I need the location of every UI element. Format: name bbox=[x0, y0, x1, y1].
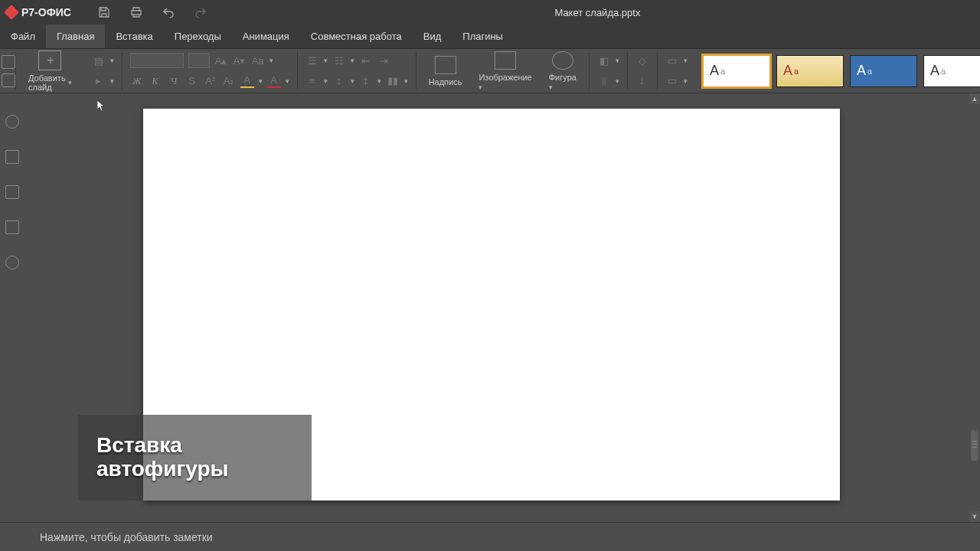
scrollbar-thumb[interactable] bbox=[971, 430, 978, 461]
slides-panel-icon[interactable] bbox=[5, 150, 19, 164]
edit-group: ◇ ⟟ bbox=[627, 52, 657, 90]
indent-icon[interactable]: ⇥ bbox=[377, 54, 391, 67]
image-icon bbox=[495, 51, 516, 70]
chevron-down-icon: ▾ bbox=[68, 79, 72, 86]
theme-thumb-3[interactable]: Aa bbox=[850, 55, 917, 87]
font-size-combo[interactable] bbox=[188, 53, 210, 68]
highlight-icon[interactable]: A bbox=[240, 74, 254, 88]
decrease-font-icon[interactable]: A▾ bbox=[233, 54, 247, 67]
paste-icon[interactable] bbox=[2, 73, 15, 87]
paragraph-group: ☰▾ ☷▾ ⇤ ⇥ ≡▾ ↕▾ ‡▾ ▮▮▾ bbox=[297, 52, 416, 90]
shape-icon bbox=[552, 51, 573, 70]
undo-icon[interactable] bbox=[162, 5, 175, 19]
menu-view[interactable]: Вид bbox=[413, 24, 452, 48]
slide-size-group: ▭▾ ▭▾ bbox=[657, 52, 695, 90]
superscript-icon[interactable]: A² bbox=[204, 74, 217, 88]
subscript-icon[interactable]: A₂ bbox=[222, 74, 236, 88]
play-icon[interactable]: ▸ bbox=[92, 74, 106, 88]
comments-icon[interactable] bbox=[5, 185, 19, 199]
line-spacing-icon[interactable]: ‡ bbox=[359, 74, 373, 88]
valign-icon[interactable]: ↕ bbox=[332, 74, 346, 88]
add-slide-icon bbox=[38, 51, 61, 70]
insert-group: Надпись Изображение ▾ Фигура ▾ bbox=[416, 52, 589, 90]
scroll-up-icon[interactable]: ▲ bbox=[969, 93, 980, 104]
add-slide-button[interactable]: Добавить слайд▾ bbox=[24, 51, 77, 92]
app-logo: Р7-ОФИС bbox=[6, 6, 71, 18]
workspace: ▲ Вставка автофигуры ▼ bbox=[0, 93, 980, 522]
outdent-icon[interactable]: ⇤ bbox=[359, 54, 373, 67]
slide-size-icon[interactable]: ▭ bbox=[665, 54, 679, 67]
chevron-down-icon[interactable]: ▾ bbox=[110, 57, 114, 64]
strike-icon[interactable]: S bbox=[185, 74, 199, 88]
theme-thumb-1[interactable]: Aa bbox=[703, 55, 770, 87]
menu-file[interactable]: Файл bbox=[0, 24, 46, 48]
change-case-icon[interactable]: Aa bbox=[251, 54, 265, 67]
columns-icon[interactable]: ▮▮ bbox=[386, 74, 400, 88]
font-name-combo[interactable] bbox=[130, 53, 184, 68]
redo-icon[interactable] bbox=[194, 5, 207, 19]
chevron-down-icon[interactable]: ▾ bbox=[110, 77, 114, 85]
numbering-icon[interactable]: ☷ bbox=[332, 54, 346, 67]
arrange-icon[interactable]: ◧ bbox=[597, 54, 611, 67]
slide-group: Добавить слайд▾ bbox=[15, 52, 84, 90]
theme-thumb-2[interactable]: Aa bbox=[776, 55, 844, 87]
layout-icon[interactable]: ▤ bbox=[92, 54, 106, 67]
ribbon: Добавить слайд▾ ▤▾ ▸▾ A▴ A▾ Aa▾ Ж К Ч S … bbox=[0, 49, 980, 93]
theme-thumb-4[interactable]: Aa bbox=[923, 55, 980, 87]
menu-collaboration[interactable]: Совместная работа bbox=[300, 24, 413, 48]
image-label: Изображение bbox=[479, 73, 531, 82]
increase-font-icon[interactable]: A▴ bbox=[214, 54, 228, 67]
canvas-area: ▲ Вставка автофигуры ▼ bbox=[24, 93, 980, 522]
clipboard-mini bbox=[2, 52, 15, 90]
layout-group: ▤▾ ▸▾ bbox=[84, 52, 122, 90]
logo-icon bbox=[4, 5, 19, 20]
menu-insert[interactable]: Вставка bbox=[105, 24, 163, 48]
shape-button[interactable]: Фигура ▾ bbox=[544, 51, 581, 91]
notes-placeholder: Нажмите, чтобы добавить заметки bbox=[40, 531, 213, 543]
textbox-label: Надпись bbox=[429, 77, 462, 86]
bullets-icon[interactable]: ☰ bbox=[305, 54, 319, 67]
search-icon[interactable] bbox=[5, 115, 19, 129]
overlay-line-1: Вставка bbox=[96, 434, 293, 458]
menu-plugins[interactable]: Плагины bbox=[452, 24, 514, 48]
theme-gallery: Aa Aa Aa Aa bbox=[695, 52, 980, 90]
mouse-cursor bbox=[97, 100, 106, 116]
font-color-icon[interactable]: A bbox=[267, 74, 281, 88]
chat-icon[interactable] bbox=[5, 220, 19, 234]
overlay-line-2: автофигуры bbox=[96, 458, 293, 481]
shape-label: Фигура bbox=[549, 73, 577, 82]
quick-access-toolbar bbox=[97, 5, 207, 19]
menu-bar: Файл Главная Вставка Переходы Анимация С… bbox=[0, 24, 980, 49]
slide-color-icon[interactable]: ▭ bbox=[665, 74, 679, 88]
image-button[interactable]: Изображение ▾ bbox=[474, 51, 536, 91]
menu-animation[interactable]: Анимация bbox=[232, 24, 300, 48]
copy-icon[interactable] bbox=[2, 55, 15, 69]
align-objects-icon[interactable]: ⫴ bbox=[597, 74, 611, 88]
textbox-icon bbox=[435, 56, 456, 74]
print-icon[interactable] bbox=[129, 5, 143, 19]
bold-icon[interactable]: Ж bbox=[130, 74, 144, 88]
underline-icon[interactable]: Ч bbox=[167, 74, 181, 88]
app-name: Р7-ОФИС bbox=[21, 6, 71, 18]
tooltip-overlay: Вставка автофигуры bbox=[78, 415, 312, 500]
textbox-button[interactable]: Надпись bbox=[424, 56, 467, 86]
arrange-group: ◧▾ ⫴▾ bbox=[589, 52, 627, 90]
font-group: A▴ A▾ Aa▾ Ж К Ч S A² A₂ A▾ A▾ bbox=[122, 52, 297, 90]
scroll-down-icon[interactable]: ▼ bbox=[969, 511, 980, 522]
eraser-icon[interactable]: ◇ bbox=[635, 54, 649, 67]
document-title: Макет слайда.pptx bbox=[554, 7, 640, 18]
add-slide-label: Добавить слайд bbox=[28, 73, 66, 92]
save-icon[interactable] bbox=[97, 5, 111, 19]
title-bar: Р7-ОФИС Макет слайда.pptx bbox=[0, 0, 980, 24]
menu-transitions[interactable]: Переходы bbox=[164, 24, 232, 48]
italic-icon[interactable]: К bbox=[149, 74, 162, 88]
left-rail bbox=[0, 93, 24, 522]
notes-pane[interactable]: Нажмите, чтобы добавить заметки bbox=[0, 522, 980, 551]
align-icon[interactable]: ≡ bbox=[305, 74, 319, 88]
format-painter-icon[interactable]: ⟟ bbox=[635, 74, 649, 88]
menu-home[interactable]: Главная bbox=[46, 24, 105, 48]
info-icon[interactable] bbox=[5, 256, 19, 269]
